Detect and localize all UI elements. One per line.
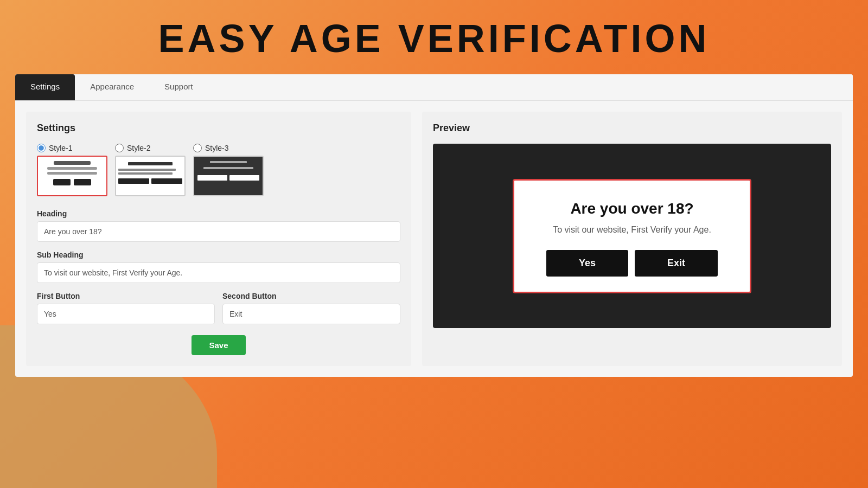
style-1-label: Style-1 [49,144,73,152]
style-3-label: Style-3 [205,144,229,152]
first-button-input[interactable] [37,304,215,324]
heading-section: Heading [37,209,400,242]
settings-panel-title: Settings [37,123,400,134]
buttons-row: First Button Second Button [37,292,400,324]
tab-appearance[interactable]: Appearance [75,74,149,100]
tab-bar: Settings Appearance Support [15,74,853,101]
style-1-radio[interactable] [37,144,46,152]
second-button-input[interactable] [222,304,400,324]
heading-label: Heading [37,209,400,218]
page-title: EASY AGE VERIFICATION [0,0,868,74]
preview-yes-button[interactable]: Yes [546,250,628,277]
save-button[interactable]: Save [192,335,245,355]
subheading-input[interactable] [37,262,400,283]
settings-panel: Settings Style-1 [26,112,411,366]
subheading-section: Sub Heading [37,251,400,283]
style-3-radio[interactable] [193,144,202,152]
style-2-thumbnail [115,156,186,196]
preview-panel: Preview Are you over 18? To visit our we… [422,112,842,366]
preview-modal-heading: Are you over 18? [536,200,728,217]
content-area: Settings Style-1 [15,101,853,377]
first-button-label: First Button [37,292,215,300]
style-3-thumbnail [193,156,264,196]
style-option-1[interactable]: Style-1 [37,144,107,196]
save-button-wrap: Save [37,335,400,355]
preview-modal-buttons: Yes Exit [536,250,728,277]
style-1-thumbnail [37,156,107,196]
heading-input[interactable] [37,221,400,242]
subheading-label: Sub Heading [37,251,400,259]
style-2-label: Style-2 [127,144,151,152]
preview-modal: Are you over 18? To visit our website, F… [513,179,751,293]
style-option-3[interactable]: Style-3 [193,144,264,196]
style-2-radio[interactable] [115,144,124,152]
preview-modal-subheading: To visit our website, First Verify your … [536,225,728,235]
first-button-col: First Button [37,292,215,324]
preview-container: Are you over 18? To visit our website, F… [433,144,831,328]
preview-exit-button[interactable]: Exit [635,250,718,277]
second-button-label: Second Button [222,292,400,300]
style-selector: Style-1 [37,144,400,196]
tab-settings[interactable]: Settings [15,74,75,100]
tab-support[interactable]: Support [149,74,208,100]
main-panel: Settings Appearance Support Settings Sty… [15,74,853,377]
style-option-2[interactable]: Style-2 [115,144,186,196]
second-button-col: Second Button [222,292,400,324]
preview-title: Preview [433,123,831,134]
